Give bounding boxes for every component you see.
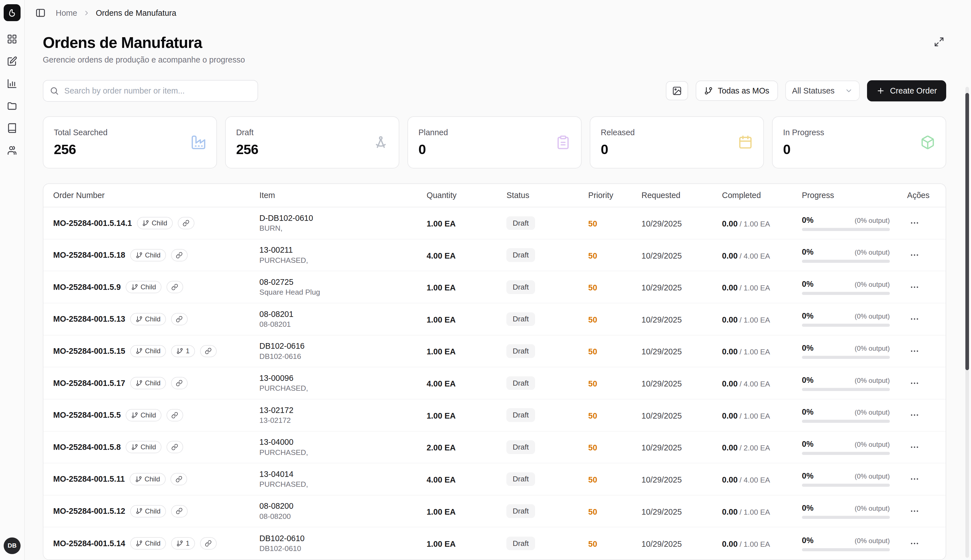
stat-value: 256 bbox=[236, 142, 259, 157]
col-actions: Ações bbox=[907, 191, 936, 200]
col-item: Item bbox=[260, 191, 427, 200]
order-cell: MO-25284-001.5.9 Child bbox=[53, 281, 260, 293]
git-branch-icon bbox=[142, 220, 149, 227]
sidebar-item-library[interactable] bbox=[5, 122, 19, 135]
table-row[interactable]: MO-25284-001.5.14 Child 1 DB102-0610 DB1… bbox=[43, 527, 946, 560]
git-branch-icon bbox=[136, 252, 143, 258]
order-cell: MO-25284-001.5.13 Child bbox=[53, 313, 260, 325]
row-actions-button[interactable] bbox=[907, 536, 924, 551]
table-row[interactable]: MO-25284-001.5.8 Child 13-04000 PURCHASE… bbox=[43, 432, 946, 464]
table-row[interactable]: MO-25284-001.5.13 Child 08-08201 08-0820… bbox=[43, 303, 946, 335]
order-cell: MO-25284-001.5.12 Child bbox=[53, 505, 260, 517]
child-badge: Child bbox=[130, 505, 166, 517]
sidebar-item-users[interactable] bbox=[5, 144, 19, 157]
item-cell: 13-02172 13-02172 bbox=[260, 406, 427, 425]
ellipsis-icon bbox=[909, 538, 919, 548]
link-badge[interactable] bbox=[167, 441, 183, 453]
item-description: 08-08201 bbox=[260, 320, 427, 329]
requested-cell: 10/29/2025 bbox=[642, 538, 722, 549]
sidebar-item-edit[interactable] bbox=[5, 54, 19, 68]
child-badge: Child bbox=[130, 473, 165, 485]
order-cell: MO-25284-001.5.14.1 Child bbox=[53, 217, 260, 229]
table-row[interactable]: MO-25284-001.5.11 Child 13-04014 PURCHAS… bbox=[43, 463, 946, 495]
requested-cell: 10/29/2025 bbox=[642, 282, 722, 293]
stat-card-total-searched: Total Searched 256 bbox=[43, 116, 217, 168]
ellipsis-icon bbox=[909, 474, 919, 484]
table-row[interactable]: MO-25284-001.5.18 Child 13-00211 PURCHAS… bbox=[43, 240, 946, 272]
sidebar-item-dashboard[interactable] bbox=[5, 32, 19, 46]
requested-cell: 10/29/2025 bbox=[642, 313, 722, 325]
link-badge[interactable] bbox=[167, 281, 183, 293]
link-icon bbox=[171, 412, 178, 418]
row-actions-button[interactable] bbox=[907, 408, 924, 423]
completed-cell: 0.00/ 1.00 EA bbox=[722, 313, 802, 325]
item-cell: 08-08201 08-08201 bbox=[260, 310, 427, 329]
requested-cell: 10/29/2025 bbox=[642, 217, 722, 229]
link-badge[interactable] bbox=[178, 217, 194, 229]
link-badge[interactable] bbox=[170, 473, 187, 485]
requested-cell: 10/29/2025 bbox=[642, 473, 722, 485]
link-badge[interactable] bbox=[200, 345, 217, 357]
link-badge[interactable] bbox=[171, 249, 188, 262]
order-number: MO-25284-001.5.18 bbox=[53, 250, 125, 260]
link-badge[interactable] bbox=[171, 313, 188, 325]
edit-icon bbox=[7, 56, 17, 67]
row-actions-button[interactable] bbox=[907, 280, 924, 295]
item-cell: 13-04014 PURCHASED, bbox=[260, 470, 427, 489]
sidebar-item-reports[interactable] bbox=[5, 77, 19, 90]
row-actions-button[interactable] bbox=[907, 216, 924, 231]
scrollbar-thumb[interactable] bbox=[965, 93, 969, 370]
calendar-icon bbox=[738, 135, 753, 150]
page-header: Ordens de Manufatura Gerencie ordens de … bbox=[43, 33, 946, 65]
status-filter-select[interactable]: All Statuses bbox=[785, 80, 860, 101]
git-branch-icon bbox=[136, 540, 143, 547]
order-number: MO-25284-001.5.9 bbox=[53, 283, 121, 292]
ellipsis-icon bbox=[909, 506, 919, 516]
children-count-badge[interactable]: 1 bbox=[171, 537, 195, 550]
app-logo[interactable] bbox=[4, 4, 20, 21]
row-actions-button[interactable] bbox=[907, 440, 924, 455]
link-badge[interactable] bbox=[171, 505, 188, 517]
mo-filter-button[interactable]: Todas as MOs bbox=[696, 80, 778, 101]
item-code: 13-04014 bbox=[260, 470, 427, 479]
row-actions-button[interactable] bbox=[907, 376, 924, 391]
plus-icon bbox=[876, 87, 885, 95]
child-badge: Child bbox=[126, 409, 162, 422]
link-badge[interactable] bbox=[167, 409, 183, 422]
topbar: Home Ordens de Manufatura bbox=[25, 0, 971, 26]
git-branch-icon bbox=[177, 348, 183, 354]
table-row[interactable]: MO-25284-001.5.15 Child 1 DB102-0616 DB1… bbox=[43, 335, 946, 368]
table-row[interactable]: MO-25284-001.5.14.1 Child D-DB102-0610 B… bbox=[43, 207, 946, 240]
children-count-badge[interactable]: 1 bbox=[171, 345, 195, 357]
row-actions-button[interactable] bbox=[907, 472, 924, 487]
create-order-button[interactable]: Create Order bbox=[867, 80, 946, 102]
stat-card-planned: Planned 0 bbox=[407, 116, 582, 168]
link-badge[interactable] bbox=[171, 377, 188, 389]
actions-cell bbox=[907, 216, 936, 231]
git-branch-icon bbox=[177, 540, 183, 547]
row-actions-button[interactable] bbox=[907, 344, 924, 358]
completed-cell: 0.00/ 1.00 EA bbox=[722, 538, 802, 549]
row-actions-button[interactable] bbox=[907, 312, 924, 327]
actions-cell bbox=[907, 312, 936, 327]
actions-cell bbox=[907, 504, 936, 518]
table-row[interactable]: MO-25284-001.5.9 Child 08-02725 Square H… bbox=[43, 271, 946, 303]
table-row[interactable]: MO-25284-001.5.12 Child 08-08200 08-0820… bbox=[43, 495, 946, 528]
status-cell: Draft bbox=[506, 376, 588, 390]
table-row[interactable]: MO-25284-001.5.5 Child 13-02172 13-02172… bbox=[43, 400, 946, 432]
table-row[interactable]: MO-25284-001.5.17 Child 13-00096 PURCHAS… bbox=[43, 367, 946, 400]
status-badge: Draft bbox=[506, 312, 535, 326]
row-actions-button[interactable] bbox=[907, 248, 924, 263]
row-actions-button[interactable] bbox=[907, 504, 924, 518]
link-badge[interactable] bbox=[200, 537, 217, 550]
expand-button[interactable] bbox=[934, 37, 944, 47]
sidebar-nav bbox=[5, 32, 19, 157]
user-avatar[interactable]: DB bbox=[4, 537, 20, 554]
sidebar-item-files[interactable] bbox=[5, 99, 19, 113]
search-input[interactable] bbox=[43, 80, 259, 102]
status-cell: Draft bbox=[506, 344, 588, 358]
priority-cell: 50 bbox=[588, 313, 642, 325]
view-toggle-button[interactable] bbox=[666, 81, 688, 100]
breadcrumb-home[interactable]: Home bbox=[56, 8, 77, 18]
sidebar-toggle-button[interactable] bbox=[35, 8, 46, 18]
